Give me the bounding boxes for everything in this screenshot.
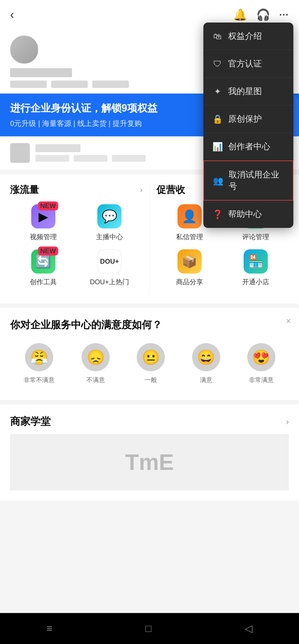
- tme-text: TmE: [125, 449, 174, 475]
- score-name-placeholder: [35, 144, 80, 152]
- creator-center-icon: 📊: [212, 142, 222, 152]
- bottom-nav-back[interactable]: ◁: [245, 623, 253, 634]
- benefits-label: 权益介绍: [228, 30, 262, 42]
- left-section-arrow[interactable]: ›: [140, 185, 143, 194]
- creation-tools-icon: NEW 🔄: [31, 249, 55, 274]
- survey-close-button[interactable]: ×: [286, 316, 291, 326]
- emoji-label-2: 不满意: [86, 376, 105, 384]
- product-share-item[interactable]: 📦 商品分享: [156, 249, 223, 287]
- right-section-title: 促营收: [156, 183, 185, 196]
- score-avatar: [10, 143, 30, 163]
- emoji-label-3: 一般: [145, 376, 157, 384]
- right-icons-row-2: 📦 商品分享 🏪 开通小店: [156, 249, 289, 287]
- video-management-icon: NEW ▶: [31, 204, 55, 228]
- new-badge-2: NEW: [38, 247, 58, 256]
- avatar: [10, 35, 38, 64]
- dropdown-menu: 🛍 权益介绍 🛡 官方认证 ✦ 我的星图 🔒 原创保护 📊 创作者中心 👥 取消…: [203, 23, 293, 228]
- product-share-label: 商品分享: [176, 277, 203, 287]
- emoji-very-satisfied: 😍: [247, 343, 275, 371]
- open-shop-item[interactable]: 🏪 开通小店: [223, 249, 289, 287]
- survey-title: 你对企业服务中心的满意度如何？: [10, 318, 289, 332]
- dropdown-item-original-protection[interactable]: 🔒 原创保护: [203, 105, 293, 133]
- dropdown-item-official-cert[interactable]: 🛡 官方认证: [203, 50, 293, 78]
- dou-plus-icon: DOU+: [97, 249, 122, 274]
- merchant-school-arrow[interactable]: ›: [286, 417, 289, 427]
- merchant-school-header: 商家学堂 ›: [10, 415, 289, 428]
- cancel-trial-label: 取消试用企业号: [229, 169, 284, 192]
- survey-emoji-5[interactable]: 😍 非常满意: [247, 343, 275, 384]
- bottom-nav-home[interactable]: □: [145, 623, 152, 634]
- dropdown-item-creator-center[interactable]: 📊 创作者中心: [203, 133, 293, 161]
- survey-emoji-3[interactable]: 😐 一般: [137, 343, 165, 384]
- left-icons-row-2: NEW 🔄 创作工具 DOU+ DOU+上热门: [10, 249, 143, 287]
- profile-name-placeholder: [10, 68, 72, 77]
- left-icons-row-1: NEW ▶ 视频管理 💬 主播中心: [10, 204, 143, 241]
- official-cert-label: 官方认证: [228, 58, 262, 70]
- dm-management-icon: 👤: [177, 204, 202, 228]
- emoji-very-dissatisfied: 😤: [25, 343, 53, 371]
- product-share-icon: 📦: [177, 249, 202, 274]
- open-shop-icon: 🏪: [244, 249, 268, 274]
- back-button[interactable]: ‹: [10, 8, 14, 21]
- tme-area: TmE: [10, 434, 289, 490]
- star-chart-label: 我的星图: [228, 86, 262, 97]
- emoji-label-5: 非常满意: [249, 376, 274, 384]
- survey-emoji-1[interactable]: 😤 非常不满意: [24, 343, 55, 384]
- video-management-item[interactable]: NEW ▶ 视频管理: [10, 204, 77, 241]
- open-shop-label: 开通小店: [242, 277, 269, 287]
- creation-tools-item[interactable]: NEW 🔄 创作工具: [10, 249, 77, 287]
- merchant-school-title: 商家学堂: [10, 415, 51, 428]
- anchor-center-label: 主播中心: [96, 232, 123, 241]
- star-chart-icon: ✦: [212, 86, 222, 96]
- bottom-nav-menu[interactable]: ≡: [46, 623, 52, 634]
- original-protection-icon: 🔒: [212, 114, 222, 124]
- emoji-label-4: 满意: [200, 376, 212, 384]
- emoji-dissatisfied: 😞: [82, 343, 110, 371]
- dou-plus-text: DOU+: [100, 257, 119, 265]
- comment-management-label: 评论管理: [242, 232, 269, 241]
- survey-emoji-2[interactable]: 😞 不满意: [82, 343, 110, 384]
- original-protection-label: 原创保护: [228, 113, 262, 125]
- cancel-trial-icon: 👥: [213, 176, 223, 186]
- dropdown-item-star-chart[interactable]: ✦ 我的星图: [203, 78, 293, 105]
- survey-section: × 你对企业服务中心的满意度如何？ 😤 非常不满意 😞 不满意 😐 一般 😄 满…: [0, 308, 299, 400]
- creator-center-label: 创作者中心: [228, 141, 270, 152]
- bottom-nav: ≡ □ ◁: [0, 613, 299, 644]
- help-center-label: 帮助中心: [228, 208, 262, 220]
- emoji-label-1: 非常不满意: [24, 376, 55, 384]
- anchor-center-item[interactable]: 💬 主播中心: [77, 204, 143, 241]
- emoji-neutral: 😐: [137, 343, 165, 371]
- top-bar-actions: 🔔 🎧 ···: [233, 8, 289, 21]
- headset-icon[interactable]: 🎧: [256, 8, 270, 21]
- survey-emoji-4[interactable]: 😄 满意: [192, 343, 220, 384]
- emoji-satisfied: 😄: [192, 343, 220, 371]
- new-badge: NEW: [38, 201, 58, 210]
- notification-icon[interactable]: 🔔: [233, 8, 247, 21]
- left-section-title: 涨流量: [10, 183, 39, 196]
- dropdown-item-benefits[interactable]: 🛍 权益介绍: [203, 23, 293, 50]
- help-center-icon: ❓: [212, 209, 222, 219]
- left-section-header: 涨流量 ›: [10, 183, 143, 196]
- official-cert-icon: 🛡: [212, 59, 222, 69]
- grid-left: 涨流量 › NEW ▶ 视频管理 💬 主播中心: [10, 183, 150, 294]
- dou-plus-item[interactable]: DOU+ DOU+上热门: [77, 249, 143, 287]
- dropdown-item-help-center[interactable]: ❓ 帮助中心: [203, 201, 293, 228]
- dou-plus-label: DOU+上热门: [90, 277, 129, 287]
- dm-management-label: 私信管理: [176, 232, 203, 241]
- more-icon[interactable]: ···: [279, 9, 289, 20]
- survey-emojis: 😤 非常不满意 😞 不满意 😐 一般 😄 满意 😍 非常满意: [10, 343, 289, 384]
- dropdown-item-cancel-trial[interactable]: 👥 取消试用企业号: [203, 161, 293, 201]
- merchant-school-section: 商家学堂 › TmE: [0, 405, 299, 501]
- anchor-center-icon: 💬: [97, 204, 122, 228]
- video-management-label: 视频管理: [30, 232, 57, 241]
- benefits-icon: 🛍: [212, 32, 222, 41]
- creation-tools-label: 创作工具: [30, 277, 57, 287]
